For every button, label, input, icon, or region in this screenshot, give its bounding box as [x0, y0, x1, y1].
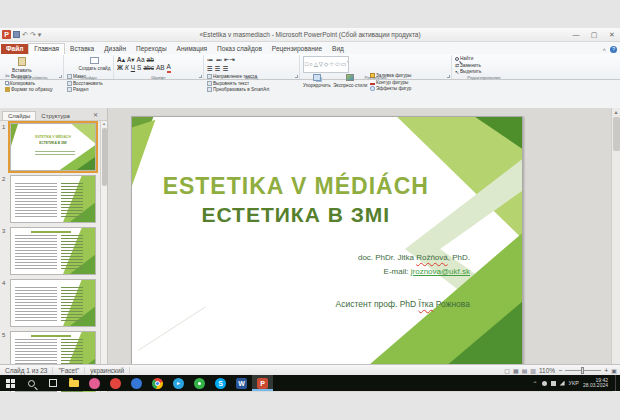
show-desktop-button[interactable] [615, 375, 618, 391]
language-indicator[interactable]: украинский [85, 367, 130, 374]
tab-design[interactable]: Дизайн [99, 44, 131, 54]
start-button[interactable] [0, 375, 21, 391]
tab-file[interactable]: Файл [1, 44, 28, 54]
tab-review[interactable]: Рецензирование [267, 44, 327, 54]
panel-tab-outline[interactable]: Структура [36, 112, 74, 120]
paragraph-dialog-launcher[interactable] [295, 75, 298, 78]
tab-view[interactable]: Вид [327, 44, 349, 54]
taskbar-search-button[interactable] [21, 375, 42, 391]
app-icon [131, 378, 142, 389]
taskbar-powerpoint-active[interactable]: P [252, 375, 273, 391]
network-icon[interactable] [551, 381, 556, 386]
shapes-gallery[interactable]: □○△▽◇☆⬭▭╲╱⇨ [303, 56, 349, 73]
main-scrollbar[interactable]: ▲ ▼⇈⇊ [611, 108, 620, 392]
section-button[interactable]: Раздел [67, 87, 124, 93]
slide-subtitle[interactable]: doc. PhDr. Jitka Rožňová, PhD. E-mail: j… [190, 251, 470, 311]
panel-scrollbar-thumb[interactable] [102, 128, 107, 186]
slide-title-line2[interactable]: ЕСТЕТИКА В ЗМІ [132, 203, 460, 227]
slide-thumbnail-4[interactable]: 4 [0, 279, 100, 327]
tab-slideshow[interactable]: Показ слайдов [212, 44, 267, 54]
volume-icon[interactable] [560, 381, 565, 386]
slide-title-line1[interactable]: ESTETIKA V MÉDIÁCH [132, 173, 460, 200]
character-spacing-button[interactable]: АВ [156, 64, 165, 72]
align-text-button[interactable]: Выровнять текст [207, 81, 310, 87]
taskbar-app-red[interactable] [105, 375, 126, 391]
taskbar-skype[interactable]: S [210, 375, 231, 391]
help-icon[interactable]: ? [610, 46, 617, 53]
task-view-button[interactable] [42, 375, 63, 391]
clipboard-dialog-launcher[interactable] [59, 75, 62, 78]
text-shadow-button[interactable]: S [137, 64, 141, 72]
panel-close-icon[interactable]: ✕ [93, 111, 98, 118]
align-left-icon[interactable]: ☰ [207, 65, 213, 73]
taskbar-app-blue[interactable] [126, 375, 147, 391]
main-scrollbar-thumb[interactable] [613, 117, 620, 151]
paste-button[interactable]: Вставить [5, 56, 39, 74]
taskbar-chrome[interactable] [147, 375, 168, 391]
normal-view-icon[interactable]: ▢ [504, 367, 510, 374]
italic-button[interactable]: К [125, 64, 129, 72]
slideshow-icon[interactable]: ▥ [530, 367, 536, 374]
battery-icon[interactable] [542, 381, 547, 386]
select-button[interactable]: ↖Выделить [455, 69, 497, 75]
smartart-button[interactable]: Преобразовать в SmartArt [207, 87, 310, 93]
close-button[interactable]: ✕ [606, 28, 618, 41]
maximize-button[interactable]: ▢ [588, 28, 600, 41]
shrink-font-button[interactable]: А▾ [127, 56, 135, 64]
taskbar-telegram[interactable]: ▸ [168, 375, 189, 391]
email-link[interactable]: jroznova@ukf.sk [411, 267, 470, 276]
tray-expand-icon[interactable]: ⌃ [533, 380, 538, 387]
tab-transitions[interactable]: Переходы [131, 44, 172, 54]
align-right-icon[interactable]: ☰ [223, 65, 229, 73]
change-case-button[interactable]: Аа [137, 56, 145, 64]
group-drawing: □○△▽◇☆⬭▭╲╱⇨ Упорядочить Экспресс-стили З… [300, 55, 452, 79]
slide-canvas[interactable]: ESTETIKA V MÉDIÁCH ЕСТЕТИКА В ЗМІ doc. P… [131, 116, 523, 382]
clock[interactable]: 19:42 28.03.2024 [583, 378, 608, 389]
arrange-button[interactable]: Упорядочить [303, 73, 331, 91]
replace-button[interactable]: ⇄Заменить [455, 63, 497, 69]
tab-home[interactable]: Главная [28, 43, 65, 54]
zoom-slider-knob[interactable] [581, 367, 584, 374]
clear-formatting-button[interactable]: ab [147, 56, 154, 64]
slide-thumbnail-3[interactable]: 3 [0, 227, 100, 275]
drawing-dialog-launcher[interactable] [447, 75, 450, 78]
slide-sorter-icon[interactable]: ▦ [513, 367, 519, 374]
language-switcher[interactable]: УКР [569, 380, 579, 386]
reading-view-icon[interactable]: ▤ [522, 367, 528, 374]
grow-font-button[interactable]: А▴ [117, 56, 125, 64]
tab-insert[interactable]: Вставка [65, 44, 99, 54]
zoom-in-button[interactable]: + [604, 367, 608, 374]
find-button[interactable]: Найти [455, 56, 497, 62]
group-label-editing: Редактирование [466, 75, 501, 80]
scissors-icon: ✂ [5, 74, 10, 79]
indent-icons[interactable]: ⇤⇥ [224, 56, 235, 64]
panel-scrollbar[interactable]: ▲ [100, 121, 107, 392]
minimize-button[interactable]: — [570, 28, 582, 41]
thumb1-subtitle-lines [35, 151, 75, 156]
font-color-button[interactable]: А [167, 63, 171, 73]
zoom-out-button[interactable]: − [558, 367, 562, 374]
taskbar-word[interactable]: W [231, 375, 252, 391]
underline-button[interactable]: Ч [131, 64, 135, 72]
align-center-icon[interactable]: ☰ [215, 65, 221, 73]
bold-button[interactable]: Ж [117, 64, 123, 72]
file-explorer-button[interactable] [63, 375, 84, 391]
numbering-icon[interactable]: ≕ [216, 56, 223, 64]
collapse-ribbon-icon[interactable]: ˄ [602, 47, 606, 53]
shape-effects-button[interactable]: Эффекты фигур [370, 86, 437, 92]
taskbar-app-green[interactable] [189, 375, 210, 391]
tab-animations[interactable]: Анимация [172, 44, 213, 54]
zoom-level[interactable]: 110% [539, 367, 555, 374]
fit-to-window-icon[interactable]: ▣ [611, 367, 617, 374]
taskbar-app-pink[interactable] [84, 375, 105, 391]
strikethrough-button[interactable]: abc [143, 64, 153, 72]
bullets-icon[interactable]: ≔ [207, 56, 214, 64]
panel-tab-slides[interactable]: Слайды [2, 111, 36, 120]
zoom-slider[interactable] [565, 370, 601, 371]
slide-thumbnail-1[interactable]: 1 ESTETIKA V MÉDIÁCH ЕСТЕТИКА В ЗМІ [0, 123, 100, 171]
group-paragraph: ≔≕⇤⇥ ☰☰☰ Направление текста Выровнять те… [204, 55, 300, 79]
reset-button[interactable]: Восстановить [67, 81, 124, 87]
slide-thumbnail-2[interactable]: 2 [0, 175, 100, 223]
font-dialog-launcher[interactable] [199, 75, 202, 78]
shape-outline-button[interactable]: Контур фигуры [370, 80, 437, 86]
